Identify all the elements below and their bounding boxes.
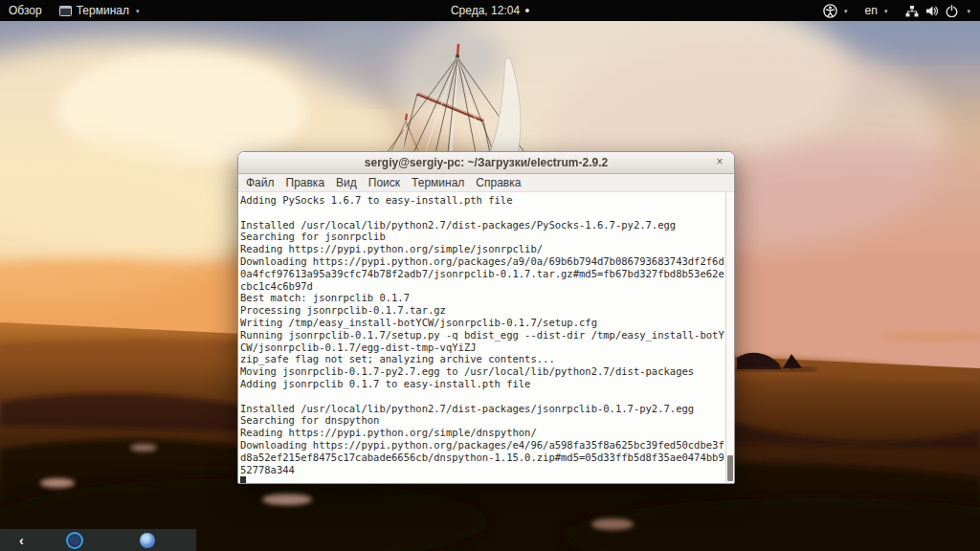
window-title: sergiy@sergiy-pc: ~/Загрузки/electrum-2.… [238, 156, 734, 169]
terminal-output-line: zip_safe flag not set; analyzing archive… [240, 353, 725, 365]
keyboard-layout-menu[interactable]: en ▾ [857, 0, 897, 21]
menu-item[interactable]: Терминал [406, 174, 470, 191]
terminal-output-line: Searching for jsonrpclib [240, 231, 725, 243]
menu-item[interactable]: Вид [330, 174, 363, 191]
chevron-down-icon: ▾ [884, 8, 888, 14]
menu-item[interactable]: Файл [240, 174, 280, 191]
terminal-app-icon [59, 6, 72, 16]
terminal-output-line: Adding PySocks 1.6.7 to easy-install.pth… [240, 194, 725, 207]
terminal-output-line: Adding jsonrpclib 0.1.7 to easy-install.… [240, 378, 725, 390]
power-icon [946, 5, 958, 17]
window-titlebar[interactable]: sergiy@sergiy-pc: ~/Загрузки/electrum-2.… [238, 152, 734, 174]
scrollbar-thumb[interactable] [727, 455, 733, 481]
terminal-cursor [240, 476, 246, 483]
keyboard-layout-label: en [865, 4, 878, 17]
terminal-scrollbar[interactable] [725, 192, 734, 483]
terminal-output-line: Best match: jsonrpclib 0.1.7 [240, 292, 725, 304]
clock-label: Среда, 12:04 [451, 4, 520, 17]
app-menu-terminal[interactable]: Терминал ▾ [51, 0, 148, 21]
volume-icon [925, 5, 939, 17]
terminal-output-line: Running jsonrpclib-0.1.7/setup.py -q bdi… [240, 329, 725, 342]
accessibility-icon [823, 4, 837, 18]
menu-item[interactable]: Поиск [363, 174, 406, 191]
terminal-output-line: Processing jsonrpclib-0.1.7.tar.gz [240, 304, 725, 317]
activities-label: Обзор [9, 4, 42, 17]
terminal-window: sergiy@sergiy-pc: ~/Загрузки/electrum-2.… [237, 151, 735, 484]
chevron-down-icon: ▾ [844, 8, 848, 14]
terminal-output-line: Installed /usr/local/lib/python2.7/dist-… [240, 403, 725, 415]
terminal-output-line [240, 390, 725, 403]
terminal-output-line: Reading https://pypi.python.org/simple/d… [240, 427, 725, 439]
terminal-menubar: Файл Правка Вид Поиск Терминал Справка [238, 174, 734, 192]
terminal-output-line: cbc1c4c6b97d [240, 280, 725, 293]
top-bar: Обзор Терминал ▾ Среда, 12:04 ▾ en ▾ [0, 0, 980, 21]
menu-item[interactable]: Справка [470, 174, 526, 191]
dock-collapse-chevron[interactable]: ‹ [19, 533, 24, 547]
terminal-output-line: Downloading https://pypi.python.org/pack… [240, 439, 725, 452]
terminal-output-line: Installed /usr/local/lib/python2.7/dist-… [240, 219, 725, 231]
terminal-output-line: 52778a344 [240, 464, 725, 476]
dock-panel: ‹ [0, 529, 196, 551]
app-menu-label: Терминал [77, 4, 129, 17]
menu-item[interactable]: Правка [280, 174, 331, 191]
accessibility-menu[interactable]: ▾ [814, 0, 857, 21]
terminal-output-line: CW/jsonrpclib-0.1.7/egg-dist-tmp-vqYiZJ [240, 342, 725, 354]
system-status-menu[interactable]: ▾ [896, 0, 980, 21]
chevron-down-icon: ▾ [967, 8, 970, 14]
terminal-output-line: Downloading https://pypi.python.org/pack… [240, 255, 725, 268]
clock-button[interactable]: Среда, 12:04 [443, 0, 537, 21]
terminal-output[interactable]: Adding PySocks 1.6.7 to easy-install.pth… [238, 192, 725, 483]
terminal-output-line: Moving jsonrpclib-0.1.7-py2.7.egg to /us… [240, 365, 725, 378]
terminal-output-line [240, 207, 725, 219]
terminal-output-line: Searching for dnspython [240, 414, 725, 427]
terminal-output-line: Writing /tmp/easy_install-botYCW/jsonrpc… [240, 317, 725, 329]
chevron-down-icon: ▾ [136, 8, 140, 14]
terminal-body: Adding PySocks 1.6.7 to easy-install.pth… [238, 192, 734, 483]
dock-app-icon-1[interactable] [66, 532, 83, 549]
dock-app-icon-2[interactable] [140, 533, 155, 548]
terminal-output-line: 0a4fcf97613a95a39cfc74b78f2adb7/jsonrpcl… [240, 268, 725, 280]
terminal-output-line: Reading https://pypi.python.org/simple/j… [240, 243, 725, 255]
terminal-cursor-line [240, 475, 725, 483]
terminal-output-line: d8a52ef215ef8475c17cabade6656cb/dnspytho… [240, 452, 725, 464]
activities-button[interactable]: Обзор [0, 0, 51, 21]
close-button[interactable]: × [712, 153, 727, 170]
network-wired-icon [905, 5, 919, 17]
notification-dot [525, 9, 529, 12]
